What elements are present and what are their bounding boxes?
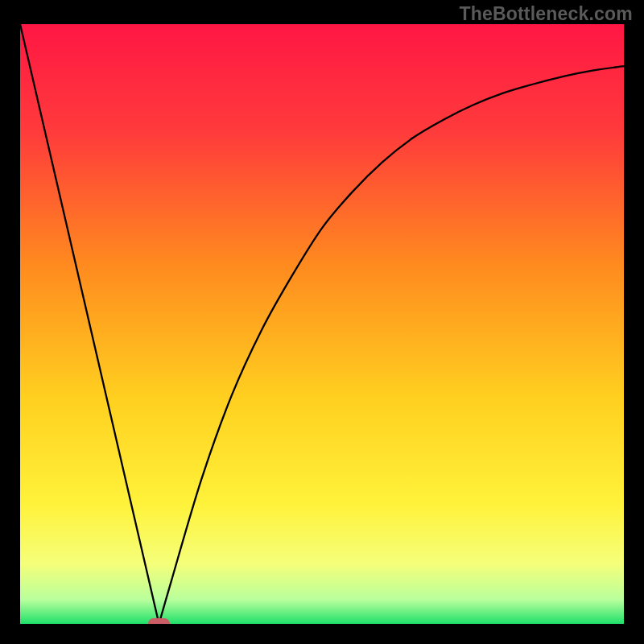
bottleneck-plot — [20, 24, 624, 624]
plot-background — [20, 24, 624, 624]
watermark-text: TheBottleneck.com — [459, 3, 633, 25]
chart-container: TheBottleneck.com — [0, 0, 644, 644]
marker-current — [149, 619, 170, 625]
